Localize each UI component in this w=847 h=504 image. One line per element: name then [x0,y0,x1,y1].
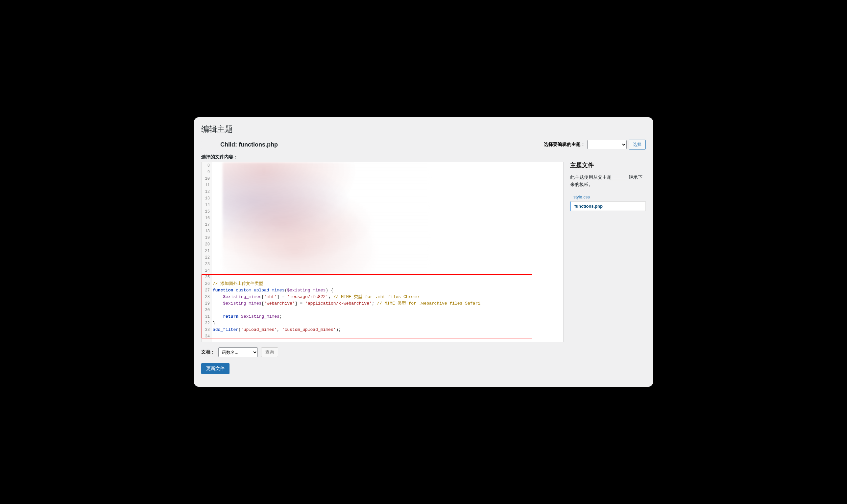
code-token: 'application/x-webarchive' [305,301,372,306]
code-token: $existing_mimes [223,294,261,299]
line-number: 29 [202,300,211,307]
line-number: 8 [202,162,211,169]
code-token: ; [372,301,377,306]
main-row: 8910111213141516171819202122232425262728… [201,162,646,374]
code-line[interactable]: function custom_upload_mimes($existing_m… [213,287,333,294]
line-number: 22 [202,254,211,261]
editor-column: 8910111213141516171819202122232425262728… [201,162,564,374]
update-file-button[interactable]: 更新文件 [201,363,229,374]
lookup-button[interactable]: 查询 [261,347,278,357]
code-token [213,294,223,299]
line-number: 25 [202,274,211,281]
content-label: 选择的文件内容： [201,154,646,160]
code-token: $existing_mimes [241,314,279,319]
code-token: ; [328,294,333,299]
code-token: return [223,314,241,319]
code-token: $existing_mimes [223,301,261,306]
theme-editor-window: 编辑主题 Child: functions.php 选择要编辑的主题： 选择 选… [194,117,653,387]
file-heading-text: Child: functions.php [220,141,278,148]
line-number: 30 [202,307,211,313]
code-token: ; [279,314,282,319]
code-editor[interactable]: 8910111213141516171819202122232425262728… [201,162,564,342]
code-token: [ [261,294,264,299]
code-token: $existing_mimes [287,288,326,293]
line-number: 15 [202,208,211,215]
line-number: 17 [202,221,211,228]
code-line[interactable]: return $existing_mimes; [213,313,282,320]
code-token: 'custom_upload_mimes' [282,327,336,332]
code-line[interactable]: $existing_mimes['mht'] = 'message/rfc822… [213,294,419,300]
line-number: 14 [202,202,211,208]
documentation-lookup: 文档： 函数名... 查询 [201,347,564,357]
code-token: 'mht' [264,294,277,299]
redacted-parent-theme [611,175,629,180]
line-number: 34 [202,333,211,340]
sidebar-note-prefix: 此主题使用从父主题 [570,175,611,180]
code-token: ); [336,327,341,332]
line-number: 28 [202,294,211,300]
code-line[interactable]: add_filter('upload_mimes', 'custom_uploa… [213,327,341,333]
code-token [213,301,223,306]
code-token: function [213,288,236,293]
line-number: 23 [202,261,211,267]
code-token: 'message/rfc822' [287,294,328,299]
line-number: 11 [202,182,211,188]
theme-select-label: 选择要编辑的主题： [544,142,585,147]
code-token: // MIME 类型 for .webarchive files Safari [377,301,480,306]
subheader-row: Child: functions.php 选择要编辑的主题： 选择 [201,140,646,149]
code-token: ( [238,327,241,332]
sidebar: 主题文件 此主题使用从父主题继承下来的模板。 style.cssfunction… [570,162,646,374]
theme-file-link[interactable]: style.css [570,193,646,201]
code-token: 'webarchive' [264,301,295,306]
code-line[interactable]: $existing_mimes['webarchive'] = 'applica… [213,300,480,307]
sidebar-note: 此主题使用从父主题继承下来的模板。 [570,174,646,188]
lookup-label: 文档： [201,349,215,355]
code-token: , [277,327,282,332]
page-title: 编辑主题 [201,124,646,134]
theme-file-link[interactable]: functions.php [570,201,646,211]
line-number: 26 [202,281,211,287]
code-area[interactable]: // 添加额外上传文件类型function custom_upload_mime… [211,162,563,342]
code-token: ] = [295,301,305,306]
line-number: 16 [202,215,211,221]
redacted-theme-name [201,142,220,148]
line-number: 24 [202,267,211,274]
line-number: 33 [202,327,211,333]
code-token: [ [261,301,264,306]
line-number: 12 [202,188,211,195]
line-number-gutter: 8910111213141516171819202122232425262728… [202,162,211,342]
current-file-heading: Child: functions.php [201,141,278,148]
line-number: 32 [202,320,211,327]
code-line[interactable]: } [213,320,215,327]
line-number: 27 [202,287,211,294]
line-number: 10 [202,176,211,182]
code-token: // MIME 类型 for .mht files Chrome [333,294,419,299]
code-token: custom_upload_mimes [236,288,284,293]
redacted-code-block [223,162,430,274]
code-token: add_filter [213,327,238,332]
line-number: 19 [202,235,211,241]
code-token: // 添加额外上传文件类型 [213,281,263,286]
line-number: 13 [202,195,211,202]
theme-selector: 选择要编辑的主题： 选择 [544,140,646,149]
code-token: 'upload_mimes' [241,327,277,332]
theme-select-button[interactable]: 选择 [629,140,646,149]
line-number: 18 [202,228,211,235]
theme-file-list: style.cssfunctions.php [570,193,646,211]
code-token: ) { [326,288,333,293]
code-line[interactable]: // 添加额外上传文件类型 [213,281,263,287]
line-number: 31 [202,313,211,320]
sidebar-title: 主题文件 [570,161,646,169]
line-number: 21 [202,248,211,254]
theme-select-dropdown[interactable] [587,140,627,149]
function-name-select[interactable]: 函数名... [218,347,258,357]
code-token: } [213,321,215,326]
code-token: ] = [277,294,287,299]
code-token [213,314,223,319]
line-number: 9 [202,169,211,176]
line-number: 20 [202,241,211,248]
